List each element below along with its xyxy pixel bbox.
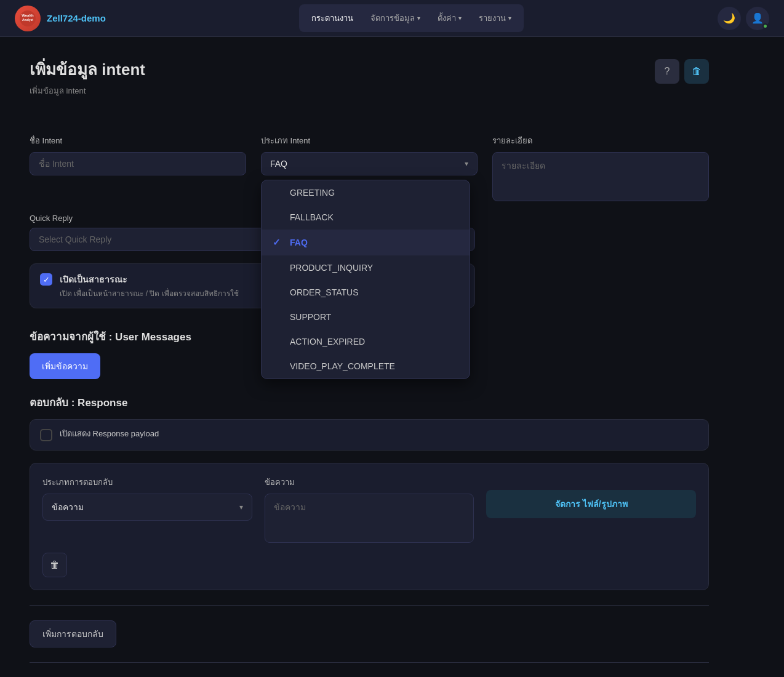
form-group-manage-files: . จัดการ ไฟล์/รูปภาพ — [486, 476, 696, 518]
delete-response-row: 🗑 — [42, 553, 696, 577]
form-row-1: ชื่อ Intent ประเภท Intent FAQ ▾ GREETING — [30, 134, 709, 201]
public-label-main: เปิดเป็นสาธารณะ — [60, 273, 239, 286]
page-title: เพิ่มข้อมูล intent — [30, 57, 145, 82]
dropdown-label-support: SUPPORT — [290, 312, 331, 322]
theme-toggle-button[interactable]: 🌙 — [718, 7, 741, 30]
check-icon: ✓ — [273, 237, 284, 248]
svg-text:Wealth: Wealth — [22, 14, 34, 17]
brand-name: Zell724-demo — [47, 13, 106, 23]
chevron-down-icon: ▾ — [508, 15, 511, 22]
chevron-down-icon: ▾ — [239, 503, 243, 511]
check-icon: ✓ — [43, 275, 50, 284]
response-type-value: ข้อความ — [52, 500, 84, 514]
form-group-message: ข้อความ — [265, 476, 474, 543]
nav-actions: 🌙 👤 — [718, 7, 769, 30]
form-group-intent-type: ประเภท Intent FAQ ▾ GREETING FALLBACK — [261, 134, 478, 201]
nav-label-dashboard: กระดานงาน — [311, 12, 353, 25]
main-content: เพิ่มข้อมูล intent เพิ่มข้อมูล intent ? … — [0, 37, 738, 677]
detail-label: รายละเอียด — [492, 134, 709, 147]
form-group-response-type: ประเภทการตอบกลับ ข้อความ ▾ — [42, 476, 252, 521]
dropdown-item-faq[interactable]: ✓ FAQ — [262, 230, 470, 255]
brand: Wealth Analyst Zell724-demo — [15, 6, 106, 31]
dropdown-item-support[interactable]: SUPPORT — [262, 305, 470, 329]
detail-textarea[interactable] — [492, 152, 709, 201]
header-actions: ? 🗑 — [655, 59, 709, 84]
intent-name-label: ชื่อ Intent — [30, 134, 246, 147]
intent-type-value: FAQ — [270, 159, 287, 169]
dropdown-label-video-play-complete: VIDEO_PLAY_COMPLETE — [290, 361, 395, 371]
user-menu-button[interactable]: 👤 — [746, 7, 769, 30]
public-label-group: เปิดเป็นสาธารณะ เปิด เพื่อเป็นหน้าสาธารณ… — [60, 273, 239, 299]
show-payload-label: เปิดแสดง Response payload — [60, 428, 159, 439]
intent-name-input[interactable] — [30, 152, 246, 175]
nav-item-settings[interactable]: ตั้งค่า ▾ — [430, 8, 469, 28]
chevron-down-icon: ▾ — [465, 159, 468, 168]
dropdown-label-product-inquiry: PRODUCT_INQUIRY — [290, 263, 373, 273]
response-type-select-wrapper: ข้อความ ▾ — [42, 494, 252, 521]
intent-type-select-wrapper: FAQ ▾ GREETING FALLBACK ✓ FAQ — [261, 152, 478, 175]
page-header: เพิ่มข้อมูล intent เพิ่มข้อมูล intent ? … — [30, 57, 709, 114]
nav-item-data[interactable]: จัดการข้อมูล ▾ — [363, 8, 428, 28]
intent-type-label: ประเภท Intent — [261, 134, 478, 147]
form-group-intent-name: ชื่อ Intent — [30, 134, 246, 201]
chevron-down-icon: ▾ — [458, 15, 462, 22]
dropdown-item-fallback[interactable]: FALLBACK — [262, 205, 470, 230]
response-inner: ประเภทการตอบกลับ ข้อความ ▾ ข้อความ . — [30, 463, 709, 590]
delete-response-button[interactable]: 🗑 — [42, 553, 67, 577]
dropdown-label-action-expired: ACTION_EXPIRED — [290, 337, 365, 347]
response-type-label: ประเภทการตอบกลับ — [42, 476, 252, 489]
response-section: ตอบกลับ : Response เปิดแสดง Response pay… — [30, 394, 709, 647]
svg-text:Analyst: Analyst — [22, 18, 33, 22]
dropdown-label-fallback: FALLBACK — [290, 212, 334, 222]
nav-label-settings: ตั้งค่า — [438, 12, 456, 25]
nav-label-reports: รายงาน — [479, 12, 506, 25]
quick-reply-placeholder: Select Quick Reply — [39, 234, 111, 244]
intent-type-dropdown: GREETING FALLBACK ✓ FAQ PRODUCT_INQUIRY — [261, 180, 470, 379]
message-textarea[interactable] — [265, 494, 474, 543]
user-online-dot — [762, 23, 768, 29]
show-payload-checkbox[interactable] — [40, 429, 52, 441]
dropdown-item-order-status[interactable]: ORDER_STATUS — [262, 280, 470, 305]
dropdown-item-product-inquiry[interactable]: PRODUCT_INQUIRY — [262, 255, 470, 280]
response-title: ตอบกลับ : Response — [30, 394, 709, 411]
dropdown-item-greeting[interactable]: GREETING — [262, 180, 470, 205]
nav-item-reports[interactable]: รายงาน ▾ — [471, 8, 519, 28]
form-group-detail: รายละเอียด — [492, 134, 709, 201]
intent-type-select[interactable]: FAQ ▾ — [261, 152, 478, 175]
nav-links: กระดานงาน จัดการข้อมูล ▾ ตั้งค่า ▾ รายงา… — [299, 4, 524, 32]
nav-label-data: จัดการข้อมูล — [370, 12, 415, 25]
dropdown-label-greeting: GREETING — [290, 188, 335, 198]
manage-files-button[interactable]: จัดการ ไฟล์/รูปภาพ — [486, 490, 696, 518]
brand-logo: Wealth Analyst — [15, 6, 41, 31]
dropdown-item-video-play-complete[interactable]: VIDEO_PLAY_COMPLETE — [262, 354, 470, 379]
message-label: ข้อความ — [265, 476, 474, 489]
page-subtitle: เพิ่มข้อมูล intent — [30, 84, 145, 97]
dropdown-label-faq: FAQ — [290, 238, 308, 247]
public-checkbox[interactable]: ✓ — [40, 273, 52, 286]
page-title-group: เพิ่มข้อมูล intent เพิ่มข้อมูล intent — [30, 57, 145, 114]
add-message-button[interactable]: เพิ่มข้อความ — [30, 353, 100, 379]
response-type-select[interactable]: ข้อความ ▾ — [42, 494, 252, 521]
add-response-button[interactable]: เพิ่มการตอบกลับ — [30, 620, 116, 647]
show-payload-row: เปิดแสดง Response payload — [30, 419, 709, 451]
public-label-sub: เปิด เพื่อเป็นหน้าสาธารณะ / ปิด เพื่อตรว… — [60, 289, 239, 298]
chevron-down-icon: ▾ — [417, 15, 420, 22]
help-button[interactable]: ? — [655, 59, 679, 84]
response-grid: ประเภทการตอบกลับ ข้อความ ▾ ข้อความ . — [42, 476, 696, 543]
navbar: Wealth Analyst Zell724-demo กระดานงาน จั… — [0, 0, 784, 37]
dropdown-label-order-status: ORDER_STATUS — [290, 287, 359, 297]
nav-item-dashboard[interactable]: กระดานงาน — [304, 8, 361, 28]
delete-button[interactable]: 🗑 — [684, 59, 709, 84]
dropdown-item-action-expired[interactable]: ACTION_EXPIRED — [262, 329, 470, 354]
footer-divider — [30, 662, 709, 663]
divider — [30, 605, 709, 606]
